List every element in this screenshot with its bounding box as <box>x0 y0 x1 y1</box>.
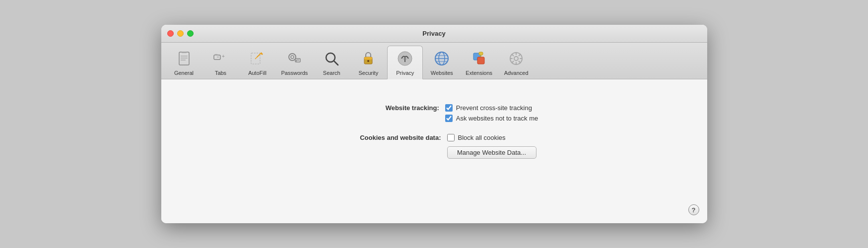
cookies-controls: Block all cookies Manage Website Data... <box>447 134 536 159</box>
extensions-icon <box>469 49 488 68</box>
tab-tabs-label: Tabs <box>215 70 226 76</box>
autofill-icon <box>248 49 267 68</box>
manage-website-data-button[interactable]: Manage Website Data... <box>447 146 536 159</box>
svg-line-21 <box>334 61 338 65</box>
titlebar: Privacy <box>161 25 707 43</box>
svg-line-44 <box>519 54 521 56</box>
tab-advanced-label: Advanced <box>504 70 529 76</box>
svg-rect-34 <box>479 52 483 55</box>
general-icon <box>175 49 194 68</box>
svg-rect-1 <box>182 52 187 53</box>
svg-rect-7 <box>214 54 218 56</box>
tab-passwords-label: Passwords <box>281 70 308 76</box>
svg-point-31 <box>435 52 448 65</box>
website-tracking-label: Website tracking: <box>330 104 439 112</box>
tab-websites[interactable]: Websites <box>424 46 460 79</box>
tracking-controls: Prevent cross-site tracking Ask websites… <box>445 104 538 122</box>
tab-security[interactable]: Security <box>350 46 386 79</box>
tab-passwords[interactable]: Passwords <box>276 46 313 79</box>
tab-tabs[interactable]: + Tabs <box>203 46 239 79</box>
websites-icon <box>432 49 451 68</box>
svg-point-24 <box>367 60 369 62</box>
tab-autofill[interactable]: AutoFill <box>240 46 275 79</box>
ask-websites-row: Ask websites not to track me <box>445 115 538 122</box>
preferences-window: Privacy General <box>161 25 707 223</box>
search-icon <box>322 49 341 68</box>
block-cookies-row: Block all cookies <box>447 134 536 141</box>
settings-grid: Website tracking: Prevent cross-site tra… <box>176 99 692 159</box>
passwords-icon <box>285 49 304 68</box>
svg-point-15 <box>289 54 296 61</box>
tab-general-label: General <box>174 70 194 76</box>
minimize-button[interactable] <box>177 30 184 37</box>
prevent-tracking-label[interactable]: Prevent cross-site tracking <box>456 104 532 112</box>
svg-line-14 <box>255 58 256 59</box>
tab-extensions[interactable]: Extensions <box>461 46 497 79</box>
privacy-icon <box>396 49 414 68</box>
tab-websites-label: Websites <box>431 70 453 76</box>
prevent-tracking-checkbox[interactable] <box>445 104 453 112</box>
toolbar: General + Tabs <box>161 43 707 79</box>
tab-privacy[interactable]: Privacy <box>387 46 423 79</box>
traffic-lights <box>167 30 194 37</box>
help-button[interactable]: ? <box>688 204 699 215</box>
cookies-row: Cookies and website data: Block all cook… <box>176 134 692 159</box>
svg-text:+: + <box>222 54 225 59</box>
tab-privacy-label: Privacy <box>396 70 414 76</box>
close-button[interactable] <box>167 30 174 37</box>
tabs-icon: + <box>211 49 230 68</box>
ask-websites-label[interactable]: Ask websites not to track me <box>456 115 538 122</box>
tab-advanced[interactable]: Advanced <box>498 46 534 79</box>
ask-websites-checkbox[interactable] <box>445 115 453 122</box>
tab-general[interactable]: General <box>166 46 202 79</box>
block-cookies-checkbox[interactable] <box>447 134 455 141</box>
tab-search-label: Search <box>323 70 340 76</box>
content-area: Website tracking: Prevent cross-site tra… <box>161 79 707 223</box>
prevent-tracking-row: Prevent cross-site tracking <box>445 104 538 112</box>
maximize-button[interactable] <box>187 30 194 37</box>
svg-line-43 <box>519 61 521 62</box>
security-icon <box>359 49 378 68</box>
svg-line-45 <box>512 61 514 62</box>
window-title: Privacy <box>422 30 445 37</box>
tab-search[interactable]: Search <box>314 46 349 79</box>
advanced-icon <box>507 49 526 68</box>
website-tracking-row: Website tracking: Prevent cross-site tra… <box>176 104 692 122</box>
tab-extensions-label: Extensions <box>466 70 492 76</box>
cookies-label: Cookies and website data: <box>332 134 441 141</box>
svg-rect-33 <box>477 57 484 64</box>
svg-rect-23 <box>364 57 372 60</box>
svg-rect-0 <box>179 52 189 65</box>
svg-point-16 <box>291 56 294 59</box>
tab-autofill-label: AutoFill <box>248 70 267 76</box>
tab-security-label: Security <box>358 70 378 76</box>
block-cookies-label[interactable]: Block all cookies <box>458 134 506 141</box>
svg-line-42 <box>512 54 514 56</box>
svg-point-37 <box>514 57 518 61</box>
